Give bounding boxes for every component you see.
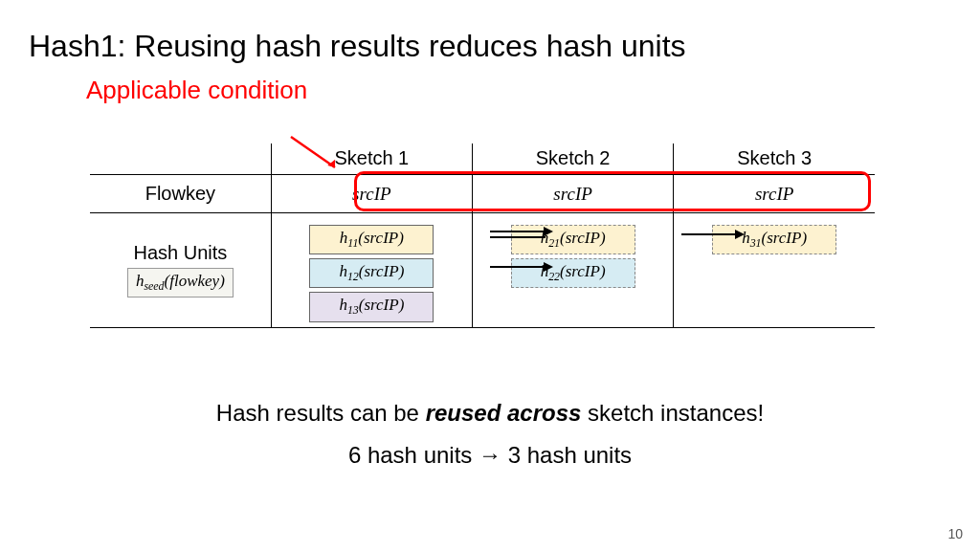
flowkey-cell: srcIP xyxy=(755,184,793,204)
result-line-1: Hash results can be reused across sketch… xyxy=(0,400,980,427)
hash-h21: h21(srcIP) xyxy=(511,225,635,254)
arrow-head-icon xyxy=(735,230,745,239)
condition-label: Applicable condition xyxy=(0,64,980,105)
reuse-arrow xyxy=(490,266,546,268)
reuse-arrow xyxy=(490,231,546,232)
hash-h22: h22(srcIP) xyxy=(511,258,635,288)
hash-h11: h11(srcIP) xyxy=(309,225,434,254)
col-header: Sketch 1 xyxy=(271,143,472,174)
page-number: 10 xyxy=(947,526,963,541)
hash-table: Sketch 1 Sketch 2 Sketch 3 Flowkey srcIP… xyxy=(90,143,875,328)
col-header: Sketch 2 xyxy=(472,143,673,174)
hash-formula: hseed(flowkey) xyxy=(127,268,234,298)
row-label-flowkey: Flowkey xyxy=(90,174,271,212)
col-header: Sketch 3 xyxy=(674,143,875,174)
slide-title: Hash1: Reusing hash results reduces hash… xyxy=(0,0,980,64)
row-label-hash: Hash Units xyxy=(90,242,271,264)
arrow-head-icon xyxy=(544,262,553,272)
hash-h12: h12(srcIP) xyxy=(309,258,434,288)
hash-h13: h13(srcIP) xyxy=(309,292,434,321)
flowkey-cell: srcIP xyxy=(352,184,390,204)
result-line-2: 6 hash units → 3 hash units xyxy=(0,442,980,469)
arrow-head-icon xyxy=(544,227,553,236)
reuse-arrow xyxy=(490,236,546,238)
reuse-arrow xyxy=(681,233,737,235)
hash-h31: h31(srcIP) xyxy=(712,225,836,254)
flowkey-cell: srcIP xyxy=(553,184,591,204)
